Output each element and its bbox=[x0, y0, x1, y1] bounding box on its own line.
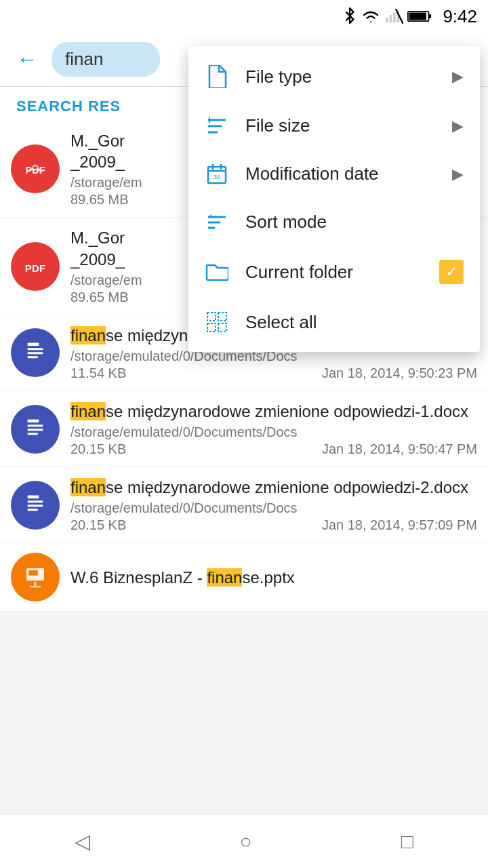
menu-label-modification-date: Modification date bbox=[245, 163, 436, 184]
bluetooth-icon bbox=[342, 7, 357, 26]
battery-icon bbox=[407, 9, 432, 24]
arrow-icon: ▶ bbox=[452, 117, 464, 135]
dropdown-menu: File type ▶ File size ▶ bbox=[188, 46, 480, 352]
modification-date-icon: 30 bbox=[205, 164, 229, 184]
menu-item-modification-date[interactable]: 30 Modification date ▶ bbox=[188, 150, 480, 198]
svg-rect-2 bbox=[393, 13, 396, 23]
status-bar: 9:42 bbox=[0, 0, 488, 33]
svg-rect-0 bbox=[386, 18, 388, 22]
arrow-icon: ▶ bbox=[452, 68, 464, 85]
menu-item-file-size[interactable]: File size ▶ bbox=[188, 102, 480, 150]
dropdown-overlay[interactable]: File type ▶ File size ▶ bbox=[0, 33, 488, 868]
svg-rect-6 bbox=[429, 14, 432, 18]
signal-icon bbox=[384, 9, 403, 24]
svg-rect-40 bbox=[218, 313, 226, 321]
menu-item-select-all[interactable]: Select all bbox=[188, 298, 480, 347]
file-type-icon bbox=[205, 65, 229, 88]
svg-rect-41 bbox=[207, 323, 216, 332]
sort-mode-icon bbox=[205, 213, 229, 232]
current-folder-icon bbox=[205, 262, 229, 281]
svg-rect-7 bbox=[409, 13, 426, 20]
status-time: 9:42 bbox=[443, 6, 477, 27]
menu-item-sort-mode[interactable]: Sort mode bbox=[188, 198, 480, 246]
status-icons bbox=[342, 7, 432, 26]
menu-label-file-size: File size bbox=[245, 115, 436, 136]
menu-label-file-type: File type bbox=[245, 66, 436, 87]
checkbox-checked: ✓ bbox=[439, 260, 464, 284]
svg-rect-39 bbox=[207, 313, 216, 321]
arrow-icon: ▶ bbox=[452, 165, 464, 183]
menu-item-file-type[interactable]: File type ▶ bbox=[188, 52, 480, 102]
svg-rect-1 bbox=[390, 15, 392, 22]
menu-label-current-folder: Current folder bbox=[245, 262, 423, 283]
wifi-icon bbox=[361, 9, 380, 24]
menu-label-sort-mode: Sort mode bbox=[245, 212, 464, 233]
select-all-icon bbox=[205, 311, 229, 333]
menu-item-current-folder[interactable]: Current folder ✓ bbox=[188, 246, 480, 298]
menu-label-select-all: Select all bbox=[245, 312, 464, 333]
svg-text:30: 30 bbox=[214, 174, 220, 180]
svg-rect-42 bbox=[218, 323, 226, 332]
file-size-icon bbox=[205, 116, 229, 136]
